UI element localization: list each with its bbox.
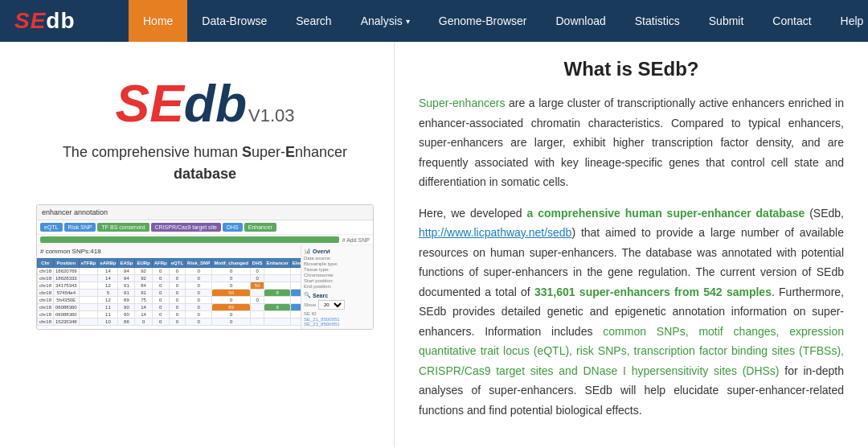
sm-chromosome: Chromosome:	[304, 273, 371, 277]
right-panel: What is SEdb? Super-enhancers are a larg…	[394, 42, 868, 447]
brand-row: SEdb V1.03	[115, 74, 294, 134]
th-motif: Motif_changed	[212, 259, 250, 268]
table-row: chr1857454e4591910005081	[38, 290, 301, 297]
nav-home[interactable]: Home	[129, 0, 187, 42]
analysis-chevron-icon: ▾	[406, 17, 410, 26]
sm-bar: # Add SNP	[37, 235, 373, 245]
th-dhs: DHS	[250, 259, 264, 268]
th-easp: EASp	[118, 259, 135, 268]
nav-help[interactable]: Help	[826, 0, 868, 42]
table-row: chr18060883601190140008981	[38, 304, 301, 311]
screenshot-mockup: enhancer annotation eQTL Risk SNP TF BS …	[36, 204, 374, 330]
sm-tab-eqtl: eQTL	[40, 223, 63, 232]
main-content: SEdb V1.03 The comprehensive human Super…	[0, 42, 868, 447]
table-row: chr1834175343129184000050	[38, 282, 301, 290]
nav-genome-browser[interactable]: Genome-Browser	[424, 0, 542, 42]
sm-table: Chr Position eTFBp eARBp EASp EURp AFRp …	[37, 258, 301, 326]
th-chr: Chr	[38, 259, 54, 268]
table-row: chr185h4350E12897500000162	[38, 297, 301, 304]
superenhancers-term: Super-enhancers	[419, 97, 505, 109]
sm-tab-crispr: CRISPR/Cas9 target site	[151, 223, 221, 232]
sm-tab-risksnp: Risk SNP	[64, 223, 96, 232]
sm-biosample-type: Biosample type:	[304, 261, 371, 266]
sm-search-title: 🔍Searc	[304, 292, 371, 298]
table-row: chr18060883601190140000	[38, 311, 301, 319]
nav-contact[interactable]: Contact	[758, 0, 825, 42]
sm-tissue-type: Tissue type:	[304, 267, 371, 272]
paragraph-2: Here, we developed a comprehensive human…	[419, 203, 844, 421]
stats-bold: 331,601 super-enhancers from 542 samples	[534, 286, 772, 298]
logo-se: SE	[14, 8, 46, 33]
sm-start-pos: Start position:	[304, 278, 371, 283]
navigation: SEdb Home Data-Browse Search Analysis ▾ …	[0, 0, 868, 42]
sm-header: enhancer annotation	[37, 205, 373, 220]
sedb-url[interactable]: http://www.licpathway.net/sedb	[419, 226, 571, 239]
table-row: chr181862633314949200000	[38, 275, 301, 282]
sm-tab-tfbs: TF BS conserved	[97, 223, 149, 232]
sm-seid-label: SE ID	[304, 311, 371, 316]
paragraph-1: Super-enhancers are a large cluster of t…	[419, 93, 844, 192]
nav-download[interactable]: Download	[541, 0, 620, 42]
th-enh: Enhancer	[264, 259, 290, 268]
table-row: chr181862076914949200000	[38, 268, 301, 275]
sm-list-2: SE_21_8500051	[304, 322, 371, 327]
brand-db: db	[184, 75, 247, 133]
sm-overview-title: 📊Overvi	[304, 248, 371, 254]
nav-data-browse[interactable]: Data-Browse	[187, 0, 281, 42]
nav-analysis[interactable]: Analysis ▾	[346, 0, 424, 42]
nav-search[interactable]: Search	[281, 0, 346, 42]
th-elemid: ElementId	[290, 259, 301, 268]
sm-bar-text: # Add SNP	[342, 237, 370, 243]
sm-content-row: # common SNPs:418 Chr Position eTFBp eAR…	[37, 245, 373, 329]
left-panel: SEdb V1.03 The comprehensive human Super…	[0, 42, 394, 447]
th-eurp: EURp	[135, 259, 152, 268]
sm-end-pos: End position:	[304, 284, 371, 289]
para1-text: are a large cluster of transcriptionally…	[419, 97, 844, 188]
nav-items: Home Data-Browse Search Analysis ▾ Genom…	[129, 0, 868, 42]
logo-db: db	[46, 8, 75, 33]
nav-submit[interactable]: Submit	[694, 0, 759, 42]
sm-main: # common SNPs:418 Chr Position eTFBp eAR…	[37, 245, 301, 329]
th-risksnp: Risk_SNP	[186, 259, 212, 268]
th-pos: Position	[54, 259, 80, 268]
table-row: chr1815235348108600000	[38, 319, 301, 326]
sm-data-source: Data source:	[304, 256, 371, 261]
tagline: The comprehensive human Super-Enhancer d…	[63, 142, 347, 185]
description: Super-enhancers are a large cluster of t…	[419, 93, 844, 420]
th-afrp: AFRp	[152, 259, 169, 268]
th-etfbp: eTFBp	[79, 259, 98, 268]
sm-tab-enhancer: Enhancer	[244, 223, 276, 232]
brand-se: SE	[115, 75, 183, 133]
sm-show-select[interactable]: 20	[318, 300, 345, 310]
nav-statistics[interactable]: Statistics	[620, 0, 694, 42]
logo: SEdb	[0, 8, 129, 34]
th-earbp: eARBp	[98, 259, 118, 268]
brand-version: V1.03	[248, 105, 295, 126]
db-link-text[interactable]: a comprehensive human super-enhancer dat…	[526, 207, 805, 220]
sm-right-panel: 📊Overvi Data source: Biosample type: Tis…	[301, 245, 373, 329]
sm-search-row: Show 20	[304, 300, 371, 310]
sm-tab-dhs: DHS	[223, 223, 243, 232]
th-eqtl: eQTL	[169, 259, 185, 268]
sm-bar-green	[40, 236, 339, 243]
section-title: What is SEdb?	[419, 58, 844, 80]
sm-section-title: # common SNPs:418	[37, 245, 301, 258]
sm-tabs: eQTL Risk SNP TF BS conserved CRISPR/Cas…	[37, 220, 373, 235]
